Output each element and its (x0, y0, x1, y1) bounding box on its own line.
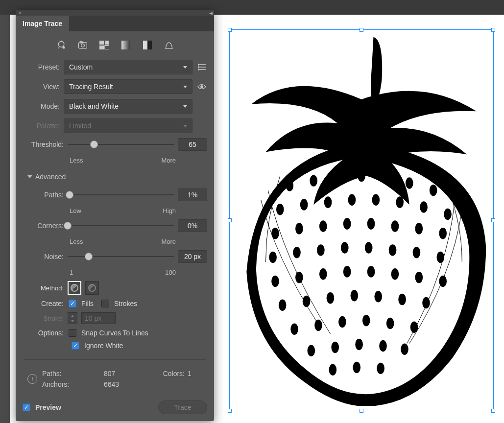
panel-titlebar[interactable]: × ◂◂ (16, 10, 214, 16)
stats-anchors-label: Anchors: (42, 380, 104, 388)
svg-point-20 (391, 220, 399, 232)
svg-point-27 (365, 242, 373, 253)
svg-point-28 (389, 244, 397, 256)
preset-select[interactable]: Custom (64, 60, 192, 74)
svg-point-43 (374, 291, 382, 302)
handle-tm[interactable] (360, 28, 363, 32)
svg-point-25 (317, 244, 325, 256)
selected-artwork[interactable] (229, 29, 494, 411)
black-white-icon[interactable] (142, 40, 153, 50)
snap-checkbox[interactable] (69, 329, 76, 337)
view-select[interactable]: Tracing Result (64, 79, 192, 94)
svg-point-4 (382, 172, 389, 184)
info-icon[interactable]: i (27, 374, 37, 384)
advanced-toggle[interactable]: Advanced (23, 169, 207, 184)
svg-point-16 (295, 223, 303, 234)
paths-value[interactable]: 1% (178, 188, 207, 201)
eye-icon[interactable] (196, 84, 207, 90)
svg-point-1 (310, 175, 317, 186)
outline-icon[interactable] (164, 40, 174, 50)
svg-rect-71 (147, 41, 152, 49)
svg-point-35 (367, 266, 375, 277)
noise-value[interactable]: 20 px (178, 250, 207, 263)
paths-label: Paths: (23, 191, 64, 199)
svg-point-14 (444, 209, 452, 220)
svg-point-61 (62, 47, 65, 49)
chevron-down-icon (183, 86, 187, 88)
svg-rect-64 (80, 42, 82, 43)
svg-point-9 (324, 196, 332, 208)
paths-slider[interactable] (68, 190, 174, 199)
create-label: Create: (30, 300, 64, 307)
svg-rect-66 (105, 41, 109, 45)
chevron-down-icon (183, 125, 187, 127)
strokes-checkbox[interactable] (101, 300, 109, 307)
svg-point-11 (372, 194, 380, 205)
divider (24, 359, 206, 360)
svg-point-53 (331, 342, 339, 353)
stats-paths-value: 807 (104, 370, 128, 377)
ignore-white-checkbox[interactable] (72, 342, 79, 350)
handle-tr[interactable] (491, 28, 495, 32)
handle-bl[interactable] (228, 409, 232, 413)
auto-color-icon[interactable] (56, 40, 67, 50)
grayscale-icon[interactable] (120, 40, 131, 50)
svg-point-0 (286, 180, 294, 191)
threshold-value[interactable]: 65 (178, 138, 207, 151)
noise-slider[interactable] (68, 252, 174, 261)
trace-label: Trace (174, 403, 191, 411)
close-icon[interactable]: × (19, 10, 22, 16)
low-color-icon[interactable] (99, 40, 110, 50)
handle-tl[interactable] (228, 28, 232, 32)
svg-point-17 (319, 220, 327, 232)
threshold-slider[interactable] (68, 140, 174, 149)
corners-value[interactable]: 0% (178, 219, 207, 232)
svg-point-6 (430, 185, 437, 196)
svg-point-7 (276, 204, 284, 215)
panel-title-tab[interactable]: Image Trace (16, 16, 69, 31)
method-overlapping-button[interactable] (85, 281, 99, 295)
svg-point-12 (396, 196, 404, 208)
svg-point-49 (362, 315, 370, 326)
noise-label: Noise: (23, 253, 64, 260)
fills-checkbox[interactable] (69, 300, 76, 307)
corners-label: Corners: (23, 222, 64, 230)
preview-checkbox[interactable] (23, 403, 30, 411)
svg-point-18 (343, 218, 351, 229)
palette-select: Limited (64, 118, 192, 133)
svg-point-29 (413, 247, 421, 258)
method-abutting-button[interactable] (68, 281, 81, 295)
svg-point-77 (198, 69, 199, 70)
collapse-icon[interactable]: ◂◂ (209, 10, 211, 16)
stats-paths-label: Paths: (42, 370, 104, 377)
handle-bm[interactable] (360, 409, 363, 413)
svg-point-37 (415, 272, 423, 283)
handle-mr[interactable] (491, 218, 495, 222)
noise-min: 1 (70, 269, 73, 276)
high-color-icon[interactable] (77, 40, 88, 50)
svg-point-39 (279, 300, 287, 311)
paths-max: High (163, 207, 176, 214)
handle-ml[interactable] (228, 218, 232, 222)
mode-select[interactable]: Black and White (64, 99, 192, 114)
svg-point-44 (398, 294, 406, 305)
svg-point-42 (351, 290, 359, 301)
noise-max: 100 (165, 269, 176, 276)
svg-point-58 (353, 362, 360, 373)
svg-point-59 (377, 363, 384, 374)
handle-br[interactable] (491, 409, 495, 413)
preset-label: Preset: (23, 63, 60, 71)
svg-point-54 (355, 339, 363, 350)
svg-point-78 (201, 86, 203, 88)
svg-point-22 (439, 228, 447, 239)
ignore-white-label: Ignore White (84, 342, 123, 350)
preset-menu-icon[interactable] (196, 64, 207, 70)
fills-label: Fills (81, 300, 94, 307)
svg-rect-67 (99, 46, 104, 49)
svg-point-50 (386, 318, 394, 329)
corners-slider[interactable] (68, 221, 174, 230)
stroke-stepper (68, 312, 77, 324)
svg-point-3 (358, 170, 365, 182)
view-value: Tracing Result (69, 83, 113, 91)
corners-max: More (161, 238, 176, 245)
